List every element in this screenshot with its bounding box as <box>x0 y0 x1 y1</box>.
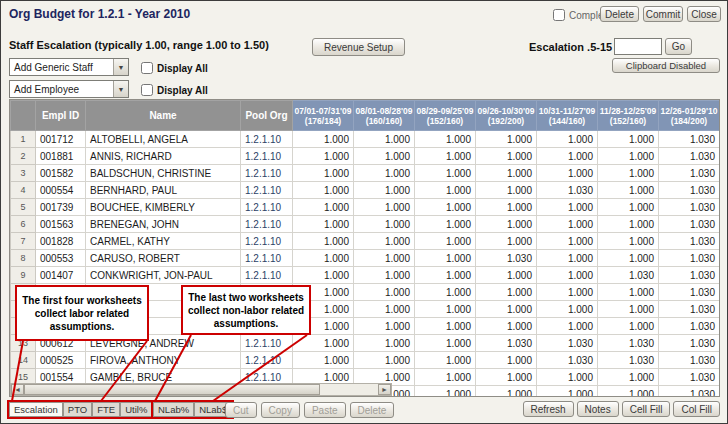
button-paste[interactable]: Paste <box>304 402 346 418</box>
cell-escalation-value[interactable]: 1.000 <box>293 233 354 250</box>
complete-checkbox[interactable] <box>553 8 565 21</box>
scrollbar-thumb[interactable] <box>24 384 320 395</box>
horizontal-scrollbar[interactable]: ◄ ► <box>10 383 392 396</box>
cell-escalation-value[interactable]: 1.000 <box>354 148 415 165</box>
cell-escalation-value[interactable]: 1.000 <box>537 250 598 267</box>
cell-escalation-value[interactable]: 1.000 <box>598 131 659 148</box>
button-delete[interactable]: Delete <box>350 402 395 418</box>
cell-escalation-value[interactable]: 1.000 <box>598 216 659 233</box>
cell-escalation-value[interactable]: 1.000 <box>354 318 415 335</box>
cell-escalation-value[interactable]: 1.000 <box>598 148 659 165</box>
button-cell-fill[interactable]: Cell Fill <box>622 401 671 417</box>
cell-escalation-value[interactable]: 1.000 <box>537 386 598 398</box>
button-col-fill[interactable]: Col Fill <box>673 401 720 417</box>
cell-escalation-value[interactable]: 1.000 <box>537 318 598 335</box>
cell-escalation-value[interactable]: 1.000 <box>598 199 659 216</box>
scrollbar-track[interactable] <box>320 384 378 395</box>
cell-escalation-value[interactable]: 1.000 <box>476 284 537 301</box>
cell-escalation-value[interactable]: 1.000 <box>415 301 476 318</box>
cell-escalation-value[interactable]: 1.000 <box>476 318 537 335</box>
cell-escalation-value[interactable]: 1.030 <box>598 352 659 369</box>
cell-escalation-value[interactable]: 1.000 <box>598 284 659 301</box>
cell-escalation-value[interactable]: 1.000 <box>354 352 415 369</box>
cell-escalation-value[interactable]: 1.000 <box>354 165 415 182</box>
cell-escalation-value[interactable]: 1.000 <box>476 267 537 284</box>
display-all-generic-checkbox[interactable] <box>141 61 153 74</box>
cell-escalation-value[interactable]: 1.000 <box>415 131 476 148</box>
cell-escalation-value[interactable]: 1.030 <box>659 352 720 369</box>
cell-escalation-value[interactable]: 1.030 <box>659 131 720 148</box>
cell-escalation-value[interactable]: 1.000 <box>354 233 415 250</box>
cell-escalation-value[interactable]: 1.000 <box>476 233 537 250</box>
escalation-input[interactable] <box>614 38 662 55</box>
cell-escalation-value[interactable]: 1.000 <box>293 250 354 267</box>
button-notes[interactable]: Notes <box>577 401 619 417</box>
display-all-employee-checkbox[interactable] <box>141 83 153 96</box>
cell-escalation-value[interactable]: 1.030 <box>476 335 537 352</box>
cell-escalation-value[interactable]: 1.000 <box>415 233 476 250</box>
cell-escalation-value[interactable]: 1.030 <box>659 250 720 267</box>
cell-escalation-value[interactable]: 1.000 <box>476 165 537 182</box>
cell-escalation-value[interactable]: 1.000 <box>293 199 354 216</box>
cell-escalation-value[interactable]: 1.000 <box>293 131 354 148</box>
cell-escalation-value[interactable]: 1.030 <box>659 165 720 182</box>
tab-fte[interactable]: FTE <box>92 402 120 417</box>
cell-escalation-value[interactable]: 1.000 <box>476 386 537 398</box>
add-employee-select[interactable]: Add Employee ▼ <box>9 80 129 98</box>
cell-escalation-value[interactable]: 1.000 <box>354 182 415 199</box>
cell-escalation-value[interactable]: 1.000 <box>476 148 537 165</box>
cell-escalation-value[interactable]: 1.000 <box>354 284 415 301</box>
revenue-setup-button[interactable]: Revenue Setup <box>312 38 405 56</box>
cell-escalation-value[interactable]: 1.000 <box>476 369 537 386</box>
tab-nlab[interactable]: NLab% <box>153 402 194 417</box>
cell-escalation-value[interactable]: 1.000 <box>476 301 537 318</box>
commit-button[interactable]: Commit <box>643 6 683 22</box>
cell-escalation-value[interactable]: 1.000 <box>415 165 476 182</box>
cell-escalation-value[interactable]: 1.000 <box>476 131 537 148</box>
cell-escalation-value[interactable]: 1.000 <box>354 335 415 352</box>
clipboard-disabled-button[interactable]: Clipboard Disabled <box>612 58 720 73</box>
cell-escalation-value[interactable]: 1.000 <box>476 182 537 199</box>
cell-escalation-value[interactable]: 1.000 <box>415 148 476 165</box>
cell-escalation-value[interactable]: 1.030 <box>659 182 720 199</box>
cell-escalation-value[interactable]: 1.000 <box>537 233 598 250</box>
cell-escalation-value[interactable]: 1.000 <box>598 165 659 182</box>
cell-escalation-value[interactable]: 1.000 <box>598 301 659 318</box>
cell-escalation-value[interactable]: 1.000 <box>415 267 476 284</box>
cell-escalation-value[interactable]: 1.000 <box>537 267 598 284</box>
delete-button[interactable]: Delete <box>600 6 639 22</box>
cell-escalation-value[interactable]: 1.000 <box>354 131 415 148</box>
cell-escalation-value[interactable]: 1.030 <box>659 148 720 165</box>
cell-escalation-value[interactable]: 1.030 <box>598 335 659 352</box>
cell-escalation-value[interactable]: 1.000 <box>415 250 476 267</box>
cell-escalation-value[interactable]: 1.000 <box>415 335 476 352</box>
cell-escalation-value[interactable]: 1.000 <box>415 386 476 398</box>
cell-escalation-value[interactable]: 1.000 <box>354 301 415 318</box>
cell-escalation-value[interactable]: 1.030 <box>598 267 659 284</box>
tab-escalation[interactable]: Escalation <box>9 402 63 417</box>
cell-escalation-value[interactable]: 1.000 <box>415 352 476 369</box>
cell-escalation-value[interactable]: 1.000 <box>598 369 659 386</box>
cell-escalation-value[interactable]: 1.000 <box>293 335 354 352</box>
cell-escalation-value[interactable]: 1.000 <box>293 267 354 284</box>
cell-escalation-value[interactable]: 1.000 <box>537 216 598 233</box>
cell-escalation-value[interactable]: 1.000 <box>476 352 537 369</box>
cell-escalation-value[interactable]: 1.030 <box>659 199 720 216</box>
cell-escalation-value[interactable]: 1.000 <box>415 284 476 301</box>
cell-escalation-value[interactable]: 1.000 <box>537 148 598 165</box>
cell-escalation-value[interactable]: 1.030 <box>659 216 720 233</box>
button-refresh[interactable]: Refresh <box>523 401 574 417</box>
cell-escalation-value[interactable]: 1.000 <box>476 199 537 216</box>
add-generic-staff-select[interactable]: Add Generic Staff ▼ <box>9 58 129 76</box>
cell-escalation-value[interactable]: 1.030 <box>659 386 720 398</box>
button-cut[interactable]: Cut <box>225 402 257 418</box>
scroll-right-icon[interactable]: ► <box>378 384 391 395</box>
cell-escalation-value[interactable]: 1.000 <box>354 199 415 216</box>
go-button[interactable]: Go <box>665 38 692 55</box>
tab-util[interactable]: Util% <box>120 402 152 417</box>
cell-escalation-value[interactable]: 1.000 <box>415 318 476 335</box>
cell-escalation-value[interactable]: 1.000 <box>537 131 598 148</box>
cell-escalation-value[interactable]: 1.000 <box>537 199 598 216</box>
tab-pto[interactable]: PTO <box>63 402 92 417</box>
cell-escalation-value[interactable]: 1.000 <box>293 165 354 182</box>
